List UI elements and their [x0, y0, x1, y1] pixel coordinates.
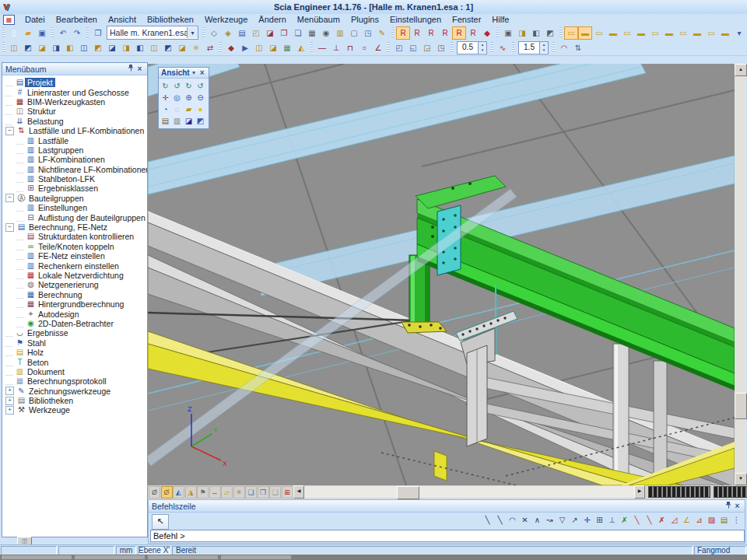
select-icon[interactable]: ◫: [147, 41, 161, 54]
view-palette[interactable]: Ansicht ▾ × ↻↺↻↺✛◎⊕⊖◔◌▰●▤▥◪◩: [158, 67, 209, 129]
select-icon[interactable]: ◧: [63, 41, 77, 54]
tree-item-berechnung-fe-netz[interactable]: −▤Berechnung, FE-Netz: [2, 222, 147, 232]
save-view-icon[interactable]: ▣: [501, 26, 515, 40]
expander-minus-icon[interactable]: −: [5, 127, 14, 135]
select-icon[interactable]: ◫: [7, 41, 21, 54]
print-icon[interactable]: ◰: [392, 41, 406, 54]
tree-item-belastung[interactable]: ⇊Belastung: [2, 117, 147, 126]
menu-tree[interactable]: ▤Projekt#Linienraster und Geschosse▦BIM-…: [2, 75, 147, 537]
page-icon[interactable]: ❑: [269, 486, 281, 499]
expander-plus-icon[interactable]: +: [5, 406, 14, 415]
connection-icon[interactable]: ▭: [620, 26, 634, 40]
undo-icon[interactable]: ↶: [56, 26, 70, 40]
table-icon[interactable]: ◳: [361, 26, 375, 40]
cursor-mode-button[interactable]: ↖: [152, 514, 169, 530]
snap-mode-icon[interactable]: ⊿: [693, 514, 705, 526]
horizontal-scroll-thumb[interactable]: [397, 486, 419, 499]
light-icon[interactable]: ●: [195, 104, 206, 115]
grid-snap-icon[interactable]: ⊞: [594, 514, 605, 526]
menu-datei[interactable]: Datei: [19, 14, 51, 26]
mesh-icon[interactable]: ▦: [280, 41, 294, 54]
tree-item-label[interactable]: FE-Netz einstellen: [36, 251, 107, 261]
close-icon[interactable]: ×: [733, 502, 742, 510]
tree-item-label[interactable]: Stahl: [25, 338, 48, 348]
tree-item-lokale-netzverdichtung[interactable]: ▦Lokale Netzverdichtung: [2, 271, 147, 280]
pages-icon[interactable]: ▤: [235, 26, 249, 40]
tree-item-label[interactable]: Lastfälle und LF-Kombinationen: [26, 126, 146, 135]
select-icon[interactable]: ◩: [21, 41, 35, 54]
title-bar[interactable]: V Scia Engineer 14.1.76 - [Halle m. Kran…: [0, 0, 747, 15]
copy-icon[interactable]: ◫: [252, 41, 266, 54]
snap-mode-icon[interactable]: ╲: [631, 514, 643, 526]
scale-large-spinner[interactable]: 1.5▴▾: [518, 41, 549, 54]
tree-item-label[interactable]: Auflistung der Bauteilgruppen: [36, 213, 147, 222]
window-grid-icon[interactable]: ❐: [258, 486, 269, 499]
rotate-view-icon[interactable]: ↺: [172, 81, 183, 92]
connection-icon[interactable]: ▭: [704, 26, 718, 40]
tree-item-label[interactable]: Werkzeuge: [26, 405, 72, 415]
connection-icon[interactable]: ▭: [676, 26, 690, 40]
tree-item-hintergrundberechnung[interactable]: ▦Hintergrundberechnung: [2, 299, 147, 309]
dimension-icon[interactable]: ↔: [209, 486, 221, 499]
tree-item-bim-werkzeugkasten[interactable]: ▦BIM-Werkzeugkasten: [2, 97, 147, 107]
clip-plane-active-icon[interactable]: Ø: [161, 486, 173, 499]
key-icon[interactable]: ◧: [529, 26, 543, 40]
expander-minus-icon[interactable]: −: [5, 223, 14, 232]
model-viewport[interactable]: X Y Z Ansicht ▾ × ↻↺↻↺✛◎⊕⊖◔◌▰●▤▥◪◩ ▲ ▼ Ø…: [148, 64, 745, 499]
result-icon[interactable]: R: [410, 26, 424, 40]
zoom-slider[interactable]: [648, 486, 710, 498]
snap-mode-icon[interactable]: ╲: [644, 514, 655, 526]
angle-icon[interactable]: ∠: [371, 41, 385, 54]
tree-item-ergebnisse[interactable]: ◡Ergebnisse: [2, 328, 147, 338]
layers-icon[interactable]: ❏: [245, 486, 257, 499]
menu-bearbeiten[interactable]: Bearbeiten: [51, 14, 103, 26]
tree-item-linienraster-und-geschosse[interactable]: #Linienraster und Geschosse: [2, 87, 147, 96]
frame-icon[interactable]: ❐: [277, 26, 291, 40]
tree-item-nichtlineare-lf-kombinationen[interactable]: ▥Nichtlineare LF-Kombinationen: [2, 165, 147, 174]
snap-mode-icon[interactable]: ◿: [668, 514, 680, 526]
close-icon[interactable]: ×: [198, 68, 206, 77]
export-icon[interactable]: ◱: [406, 41, 420, 54]
menu-fenster[interactable]: Fenster: [447, 14, 486, 26]
tree-item-holz[interactable]: ▤Holz: [2, 348, 147, 357]
shading-icon[interactable]: ◩: [195, 116, 206, 127]
tree-item-label[interactable]: Lastgruppen: [36, 145, 86, 155]
clip-icon[interactable]: ◳: [434, 41, 448, 54]
expander-plus-icon[interactable]: +: [5, 387, 14, 395]
document-icon[interactable]: ▢: [347, 26, 361, 40]
tree-item-label[interactable]: Stahlbeton-LFK: [36, 174, 97, 184]
tree-item-label[interactable]: Projekt: [25, 78, 55, 87]
box-icon[interactable]: ◰: [249, 26, 263, 40]
result-diamond-icon[interactable]: ◆: [480, 26, 494, 40]
tree-item-label[interactable]: BIM-Werkzeugkasten: [25, 97, 107, 107]
connection-icon[interactable]: ▬: [634, 26, 648, 40]
vertical-scroll-thumb[interactable]: [735, 393, 747, 419]
app-document-icon[interactable]: ▦: [3, 15, 15, 25]
tree-item-bibliotheken[interactable]: +▤Bibliotheken: [2, 396, 147, 405]
printer-icon[interactable]: ▦: [305, 26, 319, 40]
polyline-icon[interactable]: ⊓: [343, 41, 357, 54]
tree-item-label[interactable]: Strukturdaten kontrollieren: [36, 232, 136, 241]
snap-arc-icon[interactable]: ◠: [507, 514, 518, 526]
key2-icon[interactable]: ◩: [543, 26, 557, 40]
command-panel-header[interactable]: Befehlszeile ×: [149, 500, 745, 513]
perpendicular-icon[interactable]: ⊥: [329, 41, 343, 54]
snap-line-icon[interactable]: ╲: [482, 514, 493, 526]
structure-icon[interactable]: ◇: [207, 26, 221, 40]
project-combobox[interactable]: Halle m. Kranen1.esa ▾: [107, 26, 198, 40]
tree-item-label[interactable]: Nichtlineare LF-Kombinationen: [36, 165, 147, 174]
raster-icon[interactable]: ⊞: [282, 486, 293, 499]
spin-down-icon[interactable]: ▾: [540, 47, 548, 53]
tree-item-lastf-lle-und-lf-kombinationen[interactable]: −⇅Lastfälle und LF-Kombinationen: [2, 126, 147, 135]
tree-item-label[interactable]: Hintergrundberechnung: [36, 299, 126, 309]
select-icon[interactable]: ◪: [175, 41, 189, 54]
tree-item-berechnungsprotokoll[interactable]: ▦Berechnungsprotokoll: [2, 376, 147, 386]
tree-item-fe-netz-einstellen[interactable]: ▥FE-Netz einstellen: [2, 251, 147, 261]
vertical-scrollbar[interactable]: ▲ ▼: [735, 64, 745, 485]
select-icon[interactable]: ◪: [35, 41, 49, 54]
flag-icon[interactable]: ⚑: [197, 486, 209, 499]
snap-mode-icon[interactable]: ✗: [656, 514, 668, 526]
menu-werkzeuge[interactable]: Werkzeuge: [199, 14, 253, 26]
snap-midpoint-icon[interactable]: ∧: [531, 514, 543, 526]
rotate-view-icon[interactable]: ↻: [160, 81, 171, 92]
